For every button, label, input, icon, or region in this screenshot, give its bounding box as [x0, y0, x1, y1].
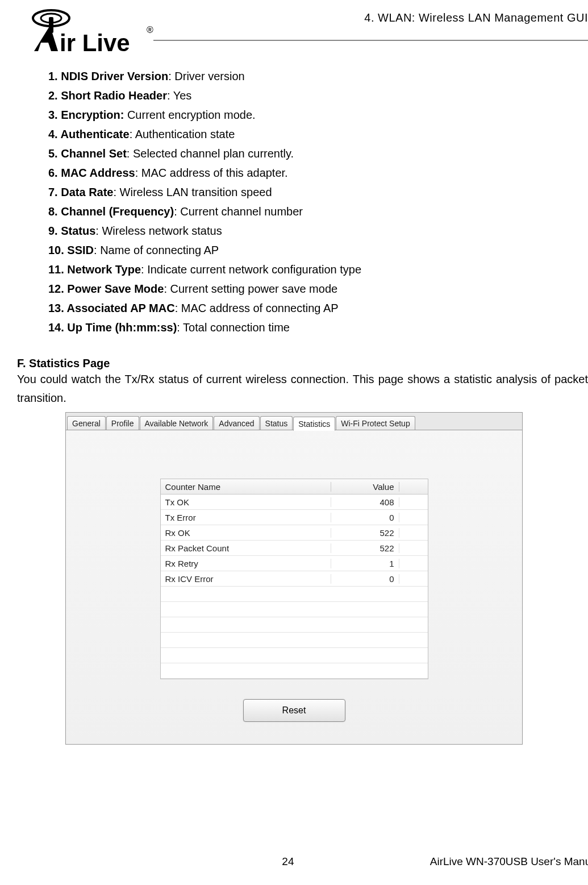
- page-content: 1. NDIS Driver Version: Driver version2.…: [0, 41, 588, 745]
- counter-name: Rx ICV Error: [161, 574, 331, 584]
- definitions-list: 1. NDIS Driver Version: Driver version2.…: [0, 67, 588, 337]
- svg-marker-3: [34, 26, 58, 51]
- tab-advanced[interactable]: Advanced: [214, 416, 259, 430]
- definition-item: 1. NDIS Driver Version: Driver version: [48, 67, 588, 86]
- grid-row[interactable]: Rx ICV Error0: [161, 571, 428, 587]
- tab-wi-fi-protect-setup[interactable]: Wi-Fi Protect Setup: [336, 416, 415, 430]
- svg-text:®: ®: [147, 25, 153, 35]
- grid-row[interactable]: Rx Packet Count522: [161, 541, 428, 556]
- tab-status[interactable]: Status: [260, 416, 293, 430]
- grid-row-empty: [161, 648, 428, 663]
- counter-name: Rx Packet Count: [161, 543, 331, 553]
- grid-row[interactable]: Rx Retry1: [161, 556, 428, 571]
- section-heading: F. Statistics Page: [0, 357, 588, 370]
- definition-term: 11. Network Type: [48, 263, 141, 276]
- definition-desc: Current encryption mode.: [124, 109, 255, 121]
- grid-row-empty: [161, 663, 428, 679]
- definition-desc: : Wireless LAN transition speed: [114, 186, 272, 198]
- tab-statistics[interactable]: Statistics: [293, 417, 335, 431]
- counter-name: Rx OK: [161, 528, 331, 538]
- definition-item: 2. Short Radio Header: Yes: [48, 86, 588, 105]
- definition-desc: : MAC address of this adapter.: [135, 167, 288, 179]
- counter-value: 1: [331, 559, 399, 568]
- tab-profile[interactable]: Profile: [106, 416, 139, 430]
- definition-desc: : Name of connecting AP: [94, 244, 219, 256]
- chapter-title: 4. WLAN: Wireless LAN Management GUI: [364, 6, 588, 24]
- definition-term: 12. Power Save Mode: [48, 282, 164, 295]
- grid-row[interactable]: Tx Error0: [161, 510, 428, 525]
- manual-title: AirLive WN-370USB User's Manual: [306, 855, 589, 868]
- tab-bar: GeneralProfileAvailable NetworkAdvancedS…: [66, 413, 522, 430]
- grid-row-empty: [161, 602, 428, 617]
- statistics-panel: Counter NameValueTx OK408Tx Error0Rx OK5…: [66, 430, 522, 722]
- airlive-logo: ir Live ®: [17, 6, 153, 57]
- grid-row-empty: [161, 617, 428, 633]
- tab-general[interactable]: General: [67, 416, 106, 430]
- definition-item: 14. Up Time (hh:mm:ss): Total connection…: [48, 318, 588, 337]
- definition-desc: : Total connection time: [177, 321, 290, 334]
- definition-term: 10. SSID: [48, 244, 94, 256]
- page-footer: 24 AirLive WN-370USB User's Manual: [0, 855, 588, 868]
- counter-name: Tx Error: [161, 513, 331, 522]
- page-number: 24: [0, 855, 306, 868]
- definition-desc: : Driver version: [168, 70, 244, 82]
- statistics-dialog: GeneralProfileAvailable NetworkAdvancedS…: [65, 412, 523, 745]
- counter-value: 408: [331, 497, 399, 507]
- definition-item: 5. Channel Set: Selected channel plan cu…: [48, 144, 588, 163]
- screenshot-container: GeneralProfileAvailable NetworkAdvancedS…: [65, 412, 523, 745]
- definition-term: 6. MAC Address: [48, 167, 135, 179]
- definition-term: 5. Channel Set: [48, 147, 127, 160]
- definition-item: 7. Data Rate: Wireless LAN transition sp…: [48, 182, 588, 202]
- counter-value: 0: [331, 513, 399, 522]
- grid-header-row: Counter NameValue: [161, 479, 428, 495]
- definition-item: 12. Power Save Mode: Current setting pow…: [48, 279, 588, 298]
- tab-available-network[interactable]: Available Network: [140, 416, 214, 430]
- definition-item: 13. Associated AP MAC: MAC address of co…: [48, 298, 588, 318]
- definition-item: 4. Authenticate: Authentication state: [48, 124, 588, 144]
- statistics-grid: Counter NameValueTx OK408Tx Error0Rx OK5…: [160, 479, 428, 679]
- reset-button[interactable]: Reset: [243, 699, 345, 722]
- grid-row-empty: [161, 587, 428, 602]
- section-paragraph: You could watch the Tx/Rx status of curr…: [0, 370, 588, 408]
- definition-item: 9. Status: Wireless network status: [48, 221, 588, 240]
- definition-desc: : Current channel number: [174, 205, 303, 218]
- grid-row[interactable]: Tx OK408: [161, 495, 428, 510]
- definition-desc: : Indicate current network configuration…: [141, 263, 361, 276]
- definition-term: 2. Short Radio Header: [48, 89, 167, 102]
- definition-item: 3. Encryption: Current encryption mode.: [48, 105, 588, 124]
- counter-value: 0: [331, 574, 399, 584]
- counter-value: 522: [331, 543, 399, 553]
- definition-desc: : MAC address of connecting AP: [175, 302, 339, 314]
- grid-row-empty: [161, 633, 428, 648]
- definition-term: 9. Status: [48, 225, 95, 237]
- definition-term: 3. Encryption:: [48, 109, 124, 121]
- grid-row[interactable]: Rx OK522: [161, 525, 428, 541]
- definition-term: 14. Up Time (hh:mm:ss): [48, 321, 177, 334]
- definition-item: 8. Channel (Frequency): Current channel …: [48, 202, 588, 221]
- counter-value: 522: [331, 528, 399, 538]
- definition-item: 11. Network Type: Indicate current netwo…: [48, 260, 588, 279]
- definition-item: 10. SSID: Name of connecting AP: [48, 240, 588, 260]
- definition-desc: : Selected channel plan currently.: [127, 147, 294, 160]
- definition-desc: : Yes: [167, 89, 191, 102]
- definition-desc: : Authentication state: [130, 128, 235, 140]
- definition-desc: : Wireless network status: [95, 225, 222, 237]
- definition-term: 8. Channel (Frequency): [48, 205, 174, 218]
- grid-header-name[interactable]: Counter Name: [161, 482, 331, 492]
- definition-term: 1. NDIS Driver Version: [48, 70, 168, 82]
- definition-term: 7. Data Rate: [48, 186, 114, 198]
- grid-header-value[interactable]: Value: [331, 482, 399, 492]
- counter-name: Rx Retry: [161, 559, 331, 568]
- definition-term: 13. Associated AP MAC: [48, 302, 175, 314]
- svg-text:ir Live: ir Live: [60, 30, 130, 56]
- definition-item: 6. MAC Address: MAC address of this adap…: [48, 163, 588, 182]
- definition-term: 4. Authenticate: [48, 128, 130, 140]
- counter-name: Tx OK: [161, 497, 331, 507]
- definition-desc: : Current setting power save mode: [164, 282, 337, 295]
